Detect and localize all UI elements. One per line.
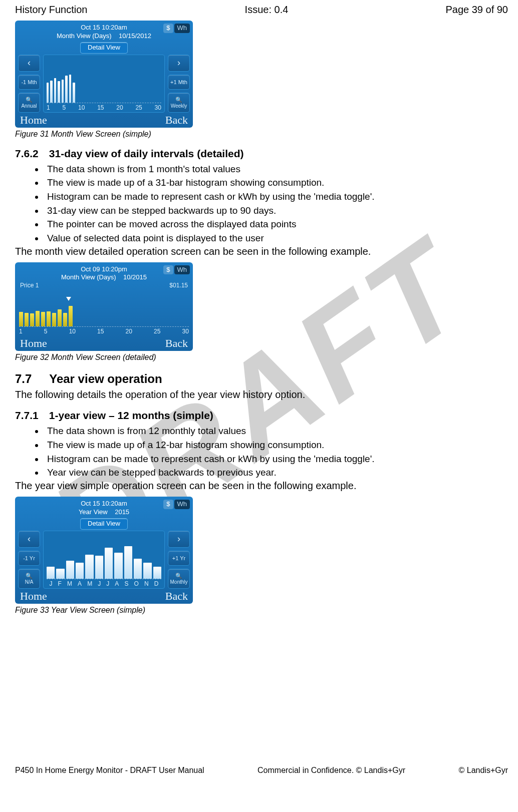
para-77-intro: The following details the operation of t… <box>15 389 508 400</box>
chevron-left-icon: ‹ <box>28 58 31 68</box>
magnifier-icon: 🔍 <box>175 573 182 579</box>
bullet-item: Year view can be stepped backwards to pr… <box>44 466 508 479</box>
para-after-762: The month view detailed operation screen… <box>15 246 508 257</box>
magnifier-icon: 🔍 <box>26 97 33 103</box>
detail-view-button[interactable]: Detail View <box>80 518 128 530</box>
pointer-icon[interactable] <box>66 297 71 301</box>
x-tick: 30 <box>182 328 189 335</box>
x-tick: J <box>50 580 53 587</box>
bar <box>105 548 113 579</box>
bar <box>76 563 84 579</box>
subtitle-left: Month View (Days) <box>61 273 116 281</box>
bullet-item: The data shown is from 12 monthly total … <box>44 425 508 438</box>
year-simple-chart: JFMAMJJASOND <box>43 531 165 589</box>
x-tick: S <box>124 580 128 587</box>
bar <box>19 312 23 326</box>
bar <box>66 561 74 579</box>
bar <box>153 567 161 579</box>
bar <box>54 78 56 103</box>
bar <box>52 313 56 327</box>
section-number: 7.7.1 <box>15 410 46 422</box>
x-tick: O <box>134 580 138 587</box>
month-detailed-chart: 151015202530 <box>18 290 190 336</box>
header-left: History Function <box>15 4 88 16</box>
media-toggle[interactable]: $ Wh <box>163 24 190 33</box>
zoom-monthly-button[interactable]: 🔍 Monthly <box>168 569 190 589</box>
toggle-kwh[interactable]: Wh <box>174 265 190 275</box>
x-tick: 10 <box>69 328 76 335</box>
x-tick: A <box>78 580 82 587</box>
x-tick: 10 <box>78 104 85 111</box>
bullet-item: Value of selected data point is displaye… <box>44 232 508 245</box>
prev-arrow-button[interactable]: ‹ <box>18 531 40 548</box>
x-tick: J <box>98 580 101 587</box>
device-year-simple: $ Wh Oct 15 10:20am Year View 2015 Detai… <box>15 497 193 604</box>
bar <box>63 313 67 327</box>
figure-32-caption: Figure 32 Month View Screen (detailed) <box>15 353 508 362</box>
home-button[interactable]: Home <box>20 590 47 603</box>
zoom-annual-button[interactable]: 🔍 Annual <box>18 93 40 113</box>
next-arrow-button[interactable]: › <box>168 55 190 72</box>
bullet-item: The view is made up of a 12-bar histogra… <box>44 439 508 452</box>
zoom-weekly-button[interactable]: 🔍 Weekly <box>168 93 190 113</box>
prev-month-button[interactable]: -1 Mth <box>18 75 40 90</box>
back-button[interactable]: Back <box>165 590 188 603</box>
bar <box>41 312 45 326</box>
home-button[interactable]: Home <box>20 337 47 350</box>
bar <box>36 311 40 326</box>
toggle-cash[interactable]: $ <box>163 500 173 509</box>
subtitle-left: Year View <box>79 508 108 516</box>
x-tick: 25 <box>154 328 160 335</box>
bar <box>47 311 51 326</box>
next-arrow-button[interactable]: › <box>168 531 190 548</box>
bar <box>56 569 64 579</box>
bar <box>47 83 49 103</box>
bar <box>143 563 151 579</box>
section-title: 31-day view of daily intervals (detailed… <box>49 148 244 159</box>
bar <box>58 309 62 327</box>
footer-right: © Landis+Gyr <box>459 766 508 775</box>
x-tick: 5 <box>44 328 48 335</box>
detail-view-button[interactable]: Detail View <box>80 42 128 54</box>
header-right: Page 39 of 90 <box>445 4 508 16</box>
media-toggle[interactable]: $ Wh <box>163 265 190 275</box>
price-value: $01.15 <box>169 282 188 289</box>
next-year-button[interactable]: +1 Yr <box>168 551 190 566</box>
footer-center: Commercial in Confidence. © Landis+Gyr <box>257 766 405 775</box>
section-number: 7.6.2 <box>15 148 46 160</box>
section-7-6-2-heading: 7.6.2 31-day view of daily intervals (de… <box>15 148 508 160</box>
zoom-annual-label: Annual <box>21 103 37 109</box>
toggle-cash[interactable]: $ <box>163 24 173 33</box>
section-number: 7.7 <box>15 372 46 386</box>
section-7-7-heading: 7.7 Year view operation <box>15 372 508 386</box>
page-header: History Function Issue: 0.4 Page 39 of 9… <box>15 4 508 16</box>
subtitle-left: Month View (Days) <box>57 32 112 40</box>
media-toggle[interactable]: $ Wh <box>163 500 190 509</box>
next-month-button[interactable]: +1 Mth <box>168 75 190 90</box>
zoom-na-label: N/A <box>25 579 34 585</box>
bar <box>85 555 93 578</box>
home-button[interactable]: Home <box>20 114 47 127</box>
zoom-weekly-label: Weekly <box>171 103 187 109</box>
bar <box>114 553 122 578</box>
x-tick: 15 <box>97 104 104 111</box>
bullet-item: The view is made up of a 31-bar histogra… <box>44 176 508 189</box>
prev-year-button[interactable]: -1 Yr <box>18 551 40 566</box>
magnifier-icon: 🔍 <box>26 573 33 579</box>
x-tick: J <box>106 580 109 587</box>
zoom-out-button[interactable]: 🔍 N/A <box>18 569 40 589</box>
toggle-kwh[interactable]: Wh <box>174 24 190 33</box>
prev-arrow-button[interactable]: ‹ <box>18 55 40 72</box>
bar <box>62 80 64 103</box>
price-label: Price 1 <box>20 282 39 289</box>
back-button[interactable]: Back <box>165 114 188 127</box>
toggle-kwh[interactable]: Wh <box>174 500 190 509</box>
section-title: 1-year view – 12 months (simple) <box>49 410 213 421</box>
toggle-cash[interactable]: $ <box>163 265 173 275</box>
x-tick: 5 <box>62 104 66 111</box>
x-tick: 20 <box>126 328 132 335</box>
chevron-right-icon: › <box>177 534 180 544</box>
x-axis-labels: JFMAMJJASOND <box>47 579 161 587</box>
x-tick: M <box>87 580 92 587</box>
back-button[interactable]: Back <box>165 337 188 350</box>
